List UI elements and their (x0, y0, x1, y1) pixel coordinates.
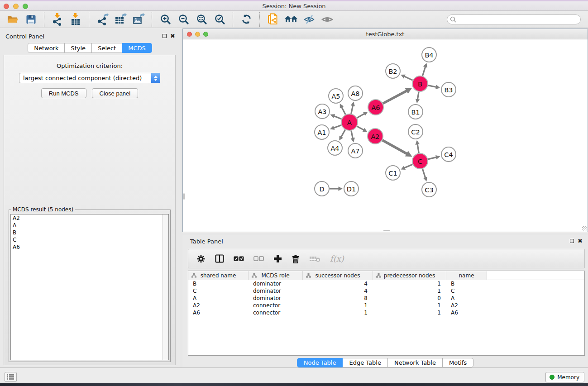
tab-edge-table[interactable]: Edge Table (343, 358, 387, 367)
cell-successor-nodes[interactable]: 1 (303, 302, 373, 309)
select-all-button[interactable] (234, 256, 244, 261)
edge-B-B2[interactable] (404, 76, 413, 81)
edge-B-B3[interactable] (428, 86, 436, 87)
edge-A2-C[interactable] (382, 140, 407, 154)
edge-A-A1[interactable] (334, 125, 341, 128)
edge-C-C3[interactable] (422, 169, 425, 178)
column-header-predecessor-nodes[interactable]: predecessor nodes (373, 271, 446, 280)
export-table-button[interactable] (111, 12, 129, 27)
edge-C-C1[interactable] (404, 164, 412, 168)
cell-shared-name[interactable]: A2 (188, 302, 249, 309)
new-network-from-selection-button[interactable] (264, 12, 282, 27)
memory-button[interactable]: Memory (545, 372, 584, 382)
save-session-button[interactable] (22, 12, 40, 27)
eye-slash-button[interactable] (300, 12, 318, 27)
cell-shared-name[interactable]: B (188, 281, 249, 287)
cell-successor-nodes[interactable]: 4 (303, 281, 373, 287)
cell-name[interactable]: A6 (446, 310, 487, 316)
float-panel-icon[interactable] (163, 34, 167, 38)
horizontal-scrollbar[interactable] (383, 230, 390, 231)
run-mcds-button[interactable]: Run MCDS (41, 88, 86, 98)
result-item[interactable]: A (11, 222, 168, 229)
float-table-panel-icon[interactable] (570, 239, 574, 243)
network-graph[interactable]: AA1A2A3A4A5A6A7A8BB1B2B3B4CC1C2C3C4DD1 (183, 39, 588, 232)
tab-node-table[interactable]: Node Table (297, 358, 343, 367)
result-item[interactable]: C (11, 236, 168, 243)
column-header-MCDS-role[interactable]: MCDS role (249, 271, 303, 280)
close-panel-button[interactable]: Close panel (92, 88, 139, 98)
zoom-out-button[interactable] (174, 12, 192, 27)
edge-C-C4[interactable] (428, 157, 437, 159)
mcds-result-list[interactable]: A2ABCA6 (10, 214, 169, 360)
column-header-name[interactable]: name (446, 271, 487, 280)
import-network-button[interactable] (48, 12, 67, 27)
tab-network-table[interactable]: Network Table (388, 358, 443, 367)
close-table-panel-icon[interactable]: ✖ (578, 238, 583, 243)
column-header-shared-name[interactable]: shared name (188, 271, 249, 280)
table-settings-button[interactable] (196, 254, 206, 263)
export-image-button[interactable] (129, 12, 148, 27)
create-column-button[interactable] (273, 254, 282, 263)
cell-MCDS-role[interactable]: dominator (249, 288, 303, 294)
cell-name[interactable]: C (446, 288, 487, 294)
refresh-button[interactable] (237, 12, 255, 27)
delete-column-button[interactable] (292, 254, 300, 263)
network-canvas[interactable]: AA1A2A3A4A5A6A7A8BB1B2B3B4CC1C2C3C4DD1 (183, 39, 588, 232)
tab-motifs[interactable]: Motifs (443, 358, 473, 367)
edge-A-A4[interactable] (341, 130, 345, 137)
zoom-in-button[interactable] (156, 12, 174, 27)
cell-predecessor-nodes[interactable]: 1 (373, 281, 446, 287)
cell-shared-name[interactable]: A6 (188, 310, 249, 316)
edge-A6-B[interactable] (383, 91, 407, 103)
edge-A-A8[interactable] (351, 105, 353, 114)
tab-mcds[interactable]: MCDS (122, 43, 152, 53)
cell-predecessor-nodes[interactable]: 1 (373, 302, 446, 309)
cell-name[interactable]: A (446, 295, 487, 301)
cell-MCDS-role[interactable]: dominator (249, 281, 303, 287)
export-network-button[interactable] (93, 12, 111, 27)
table-row[interactable]: Adominator80A (188, 295, 584, 302)
result-item[interactable]: B (11, 229, 168, 236)
cell-MCDS-role[interactable]: connector (249, 310, 303, 316)
optimization-criterion-select[interactable]: largest connected component (directed) (19, 73, 160, 83)
zoom-selected-button[interactable] (210, 12, 229, 27)
edge-A-A7[interactable] (351, 131, 353, 138)
open-session-button[interactable] (4, 12, 22, 27)
zoom-fit-button[interactable] (192, 12, 210, 27)
network-window-titlebar[interactable]: testGlobe.txt (183, 29, 588, 39)
table-row[interactable]: A6connector11A6 (188, 309, 584, 316)
houses-button[interactable] (282, 12, 300, 27)
cell-name[interactable]: B (446, 281, 487, 287)
edge-A-A2[interactable] (357, 126, 364, 130)
tab-style[interactable]: Style (65, 43, 92, 53)
cell-predecessor-nodes[interactable]: 1 (373, 288, 446, 294)
cell-predecessor-nodes[interactable]: 0 (373, 295, 446, 301)
cell-MCDS-role[interactable]: dominator (249, 295, 303, 301)
show-panel-menu-button[interactable] (5, 372, 17, 382)
close-panel-icon[interactable]: ✖ (170, 33, 175, 38)
column-header-successor-nodes[interactable]: successor nodes (303, 271, 373, 280)
edge-B-B4[interactable] (422, 67, 425, 76)
vertical-scrollbar[interactable] (183, 193, 185, 200)
table-row[interactable]: Bdominator41B (188, 280, 584, 287)
result-item[interactable]: A6 (11, 243, 168, 251)
edge-C-C2[interactable] (417, 144, 419, 153)
import-table-button[interactable] (67, 12, 85, 27)
cell-successor-nodes[interactable]: 4 (303, 288, 373, 294)
result-scrollbar[interactable] (163, 214, 168, 360)
cell-name[interactable]: A2 (446, 302, 487, 309)
resize-grip-icon[interactable] (582, 226, 587, 231)
cell-shared-name[interactable]: C (188, 288, 249, 294)
cell-successor-nodes[interactable]: 1 (303, 310, 373, 316)
search-input[interactable] (447, 14, 581, 24)
table-row[interactable]: A2connector11A2 (188, 302, 584, 309)
edge-A-A6[interactable] (357, 114, 365, 118)
cell-shared-name[interactable]: A (188, 295, 249, 301)
cell-successor-nodes[interactable]: 8 (303, 295, 373, 301)
eye-button[interactable] (318, 12, 336, 27)
result-item[interactable]: A2 (11, 214, 168, 222)
edge-A-A3[interactable] (334, 116, 342, 119)
edge-A-A5[interactable] (342, 107, 346, 114)
tab-select[interactable]: Select (92, 43, 122, 53)
cell-MCDS-role[interactable]: connector (249, 302, 303, 309)
